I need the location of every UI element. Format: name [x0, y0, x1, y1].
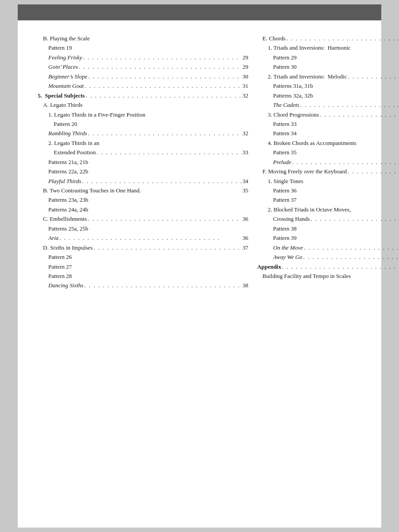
- list-item: Pattern 34: [257, 129, 399, 138]
- item-title: 5. Special Subjects: [38, 91, 85, 100]
- dot-leaders: . . . . . . . . . . . . . . . . . . . . …: [286, 34, 399, 43]
- list-item: 2. Triads and Inversions: Melodic. . . .…: [257, 72, 399, 81]
- item-title: Extended Position: [54, 148, 96, 157]
- dot-leaders: . . . . . . . . . . . . . . . . . . . . …: [320, 110, 399, 119]
- item-title: B. Playing the Scale: [43, 34, 90, 43]
- list-item: Pattern 28: [38, 271, 248, 281]
- item-title: Rambling Thirds: [48, 129, 87, 138]
- list-item: Feeling Frisky. . . . . . . . . . . . . …: [38, 53, 248, 62]
- page-number: 32: [243, 91, 248, 100]
- list-item: Pattern 36: [257, 186, 399, 195]
- item-title: On the Move: [273, 243, 303, 252]
- list-item: 4. Broken Chords as Accompaniments: [257, 138, 399, 148]
- list-item: Pattern 19: [38, 43, 248, 52]
- item-title: Pattern 35: [273, 148, 297, 157]
- list-item: Crossing Hands. . . . . . . . . . . . . …: [257, 214, 399, 223]
- list-item: 1. Legato Thirds in a Five-Finger Positi…: [38, 110, 248, 119]
- dot-leaders: . . . . . . . . . . . . . . . . . . . . …: [83, 53, 242, 62]
- item-title: Pattern 36: [273, 186, 297, 195]
- list-item: 2. Blocked Triads in Octave Moves,: [257, 205, 399, 214]
- item-title: Beginner’s Slope: [48, 72, 87, 81]
- dot-leaders: . . . . . . . . . . . . . . . . . . . . …: [97, 148, 242, 157]
- page-number: 36: [243, 214, 248, 223]
- item-title: Aria: [48, 233, 59, 243]
- item-title: Playful Thirds: [48, 176, 81, 186]
- list-item: Appendix. . . . . . . . . . . . . . . . …: [257, 262, 399, 271]
- item-title: 2. Blocked Triads in Octave Moves,: [268, 205, 351, 214]
- list-item: Beginner’s Slope. . . . . . . . . . . . …: [38, 72, 248, 81]
- list-item: Patterns 31a, 31b: [257, 81, 399, 90]
- list-item: Extended Position. . . . . . . . . . . .…: [38, 148, 248, 157]
- item-title: Crossing Hands: [273, 214, 310, 223]
- list-item: Away We Go. . . . . . . . . . . . . . . …: [257, 252, 399, 262]
- list-item: F. Moving Freely over the Keyboard. . . …: [257, 167, 399, 176]
- list-item: 3. Chord Progressions. . . . . . . . . .…: [257, 110, 399, 119]
- left-column: B. Playing the ScalePattern 19Feeling Fr…: [38, 34, 248, 519]
- item-title: Pattern 28: [48, 271, 72, 281]
- dot-leaders: . . . . . . . . . . . . . . . . . . . . …: [282, 262, 399, 271]
- item-title: Pattern 29: [273, 53, 297, 62]
- list-item: A. Legato Thirds: [38, 100, 248, 110]
- item-title: Patterns 22a, 22b: [48, 167, 88, 176]
- item-title: Patterns 32a, 32b: [273, 91, 313, 100]
- item-title: The Cadets: [273, 100, 299, 110]
- item-title: 2. Legato Thirds in an: [48, 138, 99, 148]
- dot-leaders: . . . . . . . . . . . . . . . . . . . . …: [79, 62, 242, 71]
- page-number: 33: [243, 148, 248, 157]
- list-item: Pattern 39: [257, 233, 399, 243]
- dot-leaders: . . . . . . . . . . . . . . . . . . . . …: [348, 167, 399, 176]
- dot-leaders: . . . . . . . . . . . . . . . . . . . . …: [82, 176, 242, 186]
- dot-leaders: . . . . . . . . . . . . . . . . . . . . …: [94, 243, 242, 252]
- list-item: Playful Thirds. . . . . . . . . . . . . …: [38, 176, 248, 186]
- page-number: 34: [243, 176, 248, 186]
- item-title: Pattern 19: [48, 43, 72, 52]
- item-title: B. Two Contrasting Touches in One Hand.: [43, 186, 141, 195]
- list-item: D. Sixths in Impulses. . . . . . . . . .…: [38, 243, 248, 252]
- item-title: C. Embellishments: [43, 214, 87, 223]
- list-item: B. Two Contrasting Touches in One Hand.3…: [38, 186, 248, 195]
- item-title: Patterns 25a, 25b: [48, 224, 88, 233]
- list-item: Patterns 21a, 21b: [38, 157, 248, 167]
- item-title: Pattern 33: [273, 119, 297, 129]
- item-title: Mountain Goat: [48, 81, 84, 90]
- list-item: C. Embellishments. . . . . . . . . . . .…: [38, 214, 248, 223]
- page-number: 31: [243, 81, 248, 90]
- dot-leaders: . . . . . . . . . . . . . . . . . . . . …: [88, 214, 242, 223]
- item-title: 1. Legato Thirds in a Five-Finger Positi…: [48, 110, 145, 119]
- list-item: Pattern 30: [257, 62, 399, 71]
- list-item: 2. Legato Thirds in an: [38, 138, 248, 148]
- item-title: 2. Triads and Inversions: Melodic: [268, 72, 347, 81]
- list-item: Pattern 26: [38, 252, 248, 262]
- item-title: Pattern 38: [273, 224, 297, 233]
- list-item: Rambling Thirds. . . . . . . . . . . . .…: [38, 129, 248, 138]
- item-title: Building Facility and Tempo in Scales: [262, 271, 351, 281]
- page-number: 36: [243, 233, 248, 243]
- page-number: 30: [243, 72, 248, 81]
- list-item: Building Facility and Tempo in Scales: [257, 271, 399, 281]
- page-number: 29: [243, 62, 248, 71]
- list-item: Pattern 35: [257, 148, 399, 157]
- list-item: The Cadets. . . . . . . . . . . . . . . …: [257, 100, 399, 110]
- dot-leaders: . . . . . . . . . . . . . . . . . . . . …: [88, 72, 242, 81]
- item-title: 1. Single Tones: [268, 176, 303, 186]
- dot-leaders: . . . . . . . . . . . . . . . . . . . . …: [86, 91, 242, 100]
- dot-leaders: . . . . . . . . . . . . . . . . . . . . …: [85, 81, 242, 90]
- dot-leaders: . . . . . . . . . . . . . . . . . . . . …: [84, 281, 242, 290]
- list-item: Patterns 24a, 24b: [38, 205, 248, 214]
- page-number: 37: [243, 243, 248, 252]
- item-title: Dancing Sixths: [48, 281, 83, 290]
- item-title: D. Sixths in Impulses: [43, 243, 93, 252]
- item-title: Pattern 34: [273, 129, 297, 138]
- item-title: Pattern 26: [48, 252, 72, 262]
- list-item: 1. Triads and Inversions: Harmonic: [257, 43, 399, 52]
- item-title: A. Legato Thirds: [43, 100, 82, 110]
- list-item: Pattern 20: [38, 119, 248, 129]
- item-title: Pattern 27: [48, 262, 72, 271]
- list-item: Pattern 37: [257, 195, 399, 204]
- dot-leaders: . . . . . . . . . . . . . . . . . . . . …: [300, 100, 399, 110]
- page: B. Playing the ScalePattern 19Feeling Fr…: [18, 4, 381, 528]
- list-item: Pattern 27: [38, 262, 248, 271]
- item-title: Appendix: [257, 262, 281, 271]
- item-title: F. Moving Freely over the Keyboard: [262, 167, 347, 176]
- list-item: 1. Single Tones: [257, 176, 399, 186]
